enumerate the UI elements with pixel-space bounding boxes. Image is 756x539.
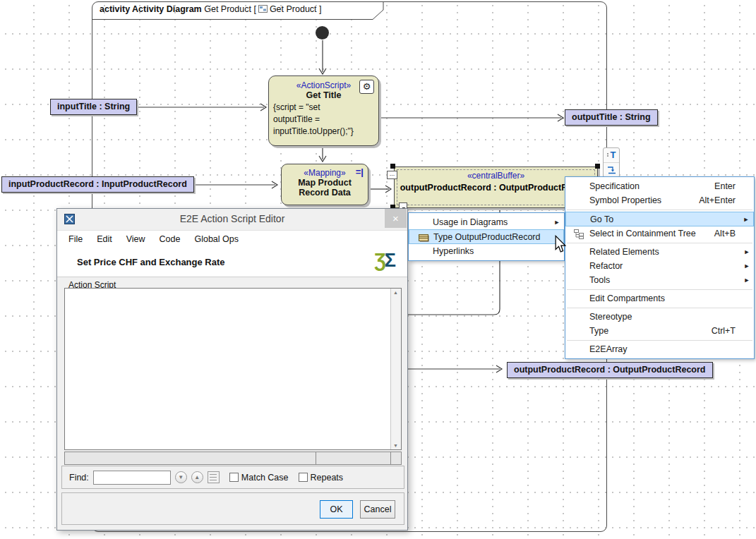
menu-item-label: Hyperlinks — [433, 246, 546, 256]
menu-item-usage-in-diagrams[interactable]: Usage in Diagrams ► — [409, 215, 564, 229]
statusbar-divider — [390, 452, 391, 464]
script-line: outputTitle = — [273, 114, 374, 126]
highlight-all-button[interactable] — [208, 471, 220, 483]
menu-separator — [567, 289, 752, 290]
pin-input-product-record[interactable]: inputProductRecord : InputProductRecord — [1, 176, 194, 193]
down-triangle-icon: ▼ — [178, 474, 184, 480]
application-canvas: activity Activity Diagram Get Product [G… — [0, 0, 756, 539]
match-case-option: Match Case — [229, 473, 289, 483]
menu-item-edit-compartments[interactable]: Edit Compartments — [565, 291, 754, 305]
submenu-arrow-icon: ► — [741, 262, 752, 270]
pin-output-product-record[interactable]: outputProductRecord : OutputProductRecor… — [507, 362, 713, 378]
menu-item-label: Type — [589, 326, 712, 336]
find-panel: Find: ▼ ▲ Match Case Repeats — [61, 466, 404, 489]
frame-inner-label: Get Product ] — [270, 4, 322, 14]
menu-item-label: Edit Compartments — [589, 293, 736, 303]
find-previous-button[interactable]: ▲ — [191, 471, 203, 483]
statusbar-divider — [316, 452, 316, 464]
menu-file[interactable]: File — [61, 234, 90, 244]
find-next-button[interactable]: ▼ — [175, 471, 187, 483]
repeats-label: Repeats — [311, 473, 344, 483]
mapping-name-line: Map Product — [282, 178, 368, 188]
insert-flow-icon[interactable] — [604, 163, 619, 177]
scroll-up-icon[interactable]: ▲ — [393, 290, 398, 295]
cancel-button[interactable]: Cancel — [360, 500, 395, 519]
action-script-editor-dialog: E2E Action Script Editor × File Edit Vie… — [56, 208, 408, 531]
menu-item-hyperlinks[interactable]: Hyperlinks — [409, 244, 564, 258]
submenu-arrow-icon: ► — [551, 219, 563, 226]
lines-icon — [210, 474, 217, 480]
action-get-title[interactable]: «ActionScript» Get Title {script = "set … — [268, 75, 379, 146]
menu-item-label: Related Elements — [589, 247, 736, 257]
frame-header-text: activity Activity Diagram Get Product [G… — [100, 4, 322, 16]
frame-kind-label: activity Activity Diagram — [100, 4, 202, 14]
find-label: Find: — [69, 473, 89, 483]
menu-item-label: Symbol Properties — [589, 195, 699, 205]
menu-edit[interactable]: Edit — [90, 234, 119, 244]
e2e-logo-icon: ƷΣ — [374, 250, 395, 272]
pin-output-title[interactable]: outputTitle : String — [565, 109, 658, 126]
initial-node[interactable] — [316, 26, 329, 40]
compartment-edit-button[interactable]: ... — [387, 171, 397, 179]
mapping-name-line: Record Data — [282, 188, 368, 198]
find-input[interactable] — [93, 471, 171, 485]
menu-global-ops[interactable]: Global Ops — [187, 234, 246, 244]
menu-item-select-in-containment-tree[interactable]: Select in Containment Tree Alt+B — [565, 226, 754, 241]
dialog-heading-row: Set Price CHF and Exchange Rate ƷΣ — [57, 248, 407, 277]
menu-item-type[interactable]: Type Ctrl+T — [565, 324, 754, 338]
gear-icon[interactable]: ⚙ — [359, 80, 374, 94]
menu-item-label: Usage in Diagrams — [433, 217, 546, 227]
go-to-submenu: Usage in Diagrams ► Type OutputProductRe… — [408, 212, 565, 261]
menu-item-e2earray[interactable]: E2EArray — [565, 342, 754, 356]
match-case-checkbox[interactable] — [229, 473, 239, 482]
menu-item-label: Stereotype — [589, 312, 736, 322]
pin-input-title[interactable]: inputTitle : String — [50, 99, 137, 115]
menu-item-specification[interactable]: Specification Enter — [565, 179, 754, 193]
mapping-icon: =| — [356, 166, 364, 177]
menu-view[interactable]: View — [119, 234, 152, 244]
up-triangle-icon: ▲ — [194, 474, 200, 480]
ok-button[interactable]: OK — [320, 500, 353, 519]
menu-item-go-to[interactable]: Go To ► — [565, 212, 754, 226]
match-case-label: Match Case — [241, 473, 289, 483]
menu-item-stereotype[interactable]: Stereotype — [565, 310, 754, 324]
editor-horizontal-scrollbar[interactable] — [64, 452, 402, 465]
record-type-icon — [412, 232, 433, 242]
menu-item-related-elements[interactable]: Related Elements ► — [565, 245, 754, 259]
menu-item-symbol-properties[interactable]: Symbol Properties Alt+Enter — [565, 193, 754, 207]
script-editor-area: ▲ ▼ — [64, 288, 402, 450]
submenu-arrow-icon: ► — [741, 277, 752, 284]
frame-context-label: Get Product [ — [204, 4, 256, 14]
menu-item-label: Tools — [589, 275, 736, 285]
menu-code[interactable]: Code — [152, 234, 188, 244]
menu-item-tools[interactable]: Tools ► — [565, 273, 754, 287]
menu-item-refactor[interactable]: Refactor ► — [565, 259, 754, 273]
menu-separator — [567, 340, 752, 341]
menu-item-label: Specification — [589, 181, 714, 191]
editor-vertical-scrollbar[interactable]: ▲ ▼ — [390, 289, 401, 449]
dialog-title: E2E Action Script Editor — [57, 213, 407, 224]
repeats-checkbox[interactable] — [299, 473, 308, 482]
dialog-button-panel: OK Cancel — [61, 492, 404, 525]
mapping-stereotype: «Mapping» — [282, 168, 368, 178]
script-line: inputTitle.toUpper();"} — [273, 126, 374, 138]
close-icon[interactable]: × — [385, 209, 407, 228]
selection-handle[interactable] — [390, 164, 395, 169]
dialog-menubar: File Edit View Code Global Ops — [57, 230, 407, 248]
smart-manipulator-toolbar: T — [603, 147, 620, 178]
dots-decoration — [607, 152, 609, 157]
get-title-script: {script = "set outputTitle = inputTitle.… — [269, 100, 378, 138]
submenu-arrow-icon: ► — [741, 248, 752, 255]
menu-item-type-outputproductrecord[interactable]: Type OutputProductRecord — [409, 229, 564, 244]
selection-handle[interactable] — [595, 164, 600, 169]
edit-name-icon[interactable]: T — [604, 148, 619, 163]
action-map-product-record-data[interactable]: «Mapping» Map Product Record Data =| — [281, 164, 368, 205]
script-name-heading: Set Price CHF and Exchange Rate — [77, 257, 225, 267]
menu-item-label: Go To — [590, 214, 735, 224]
scroll-down-icon[interactable]: ▼ — [393, 443, 398, 448]
menu-item-shortcut: Alt+Enter — [699, 195, 736, 205]
activity-diagram-icon — [258, 4, 268, 16]
dialog-titlebar[interactable]: E2E Action Script Editor × — [57, 209, 407, 230]
action-script-textarea[interactable] — [65, 289, 390, 449]
menu-separator — [567, 210, 752, 210]
